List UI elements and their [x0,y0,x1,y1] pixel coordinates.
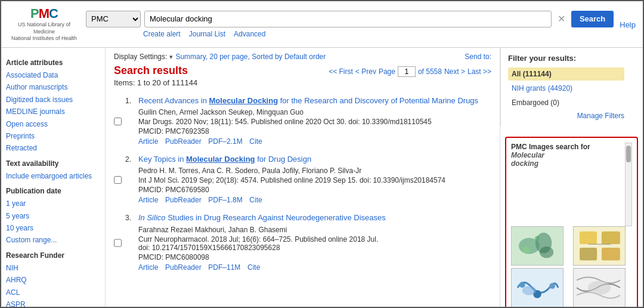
result-journal-3: Curr Neuropharmacol. 2018 Jul; 16(6): 66… [138,235,491,252]
pagination-prev[interactable]: < Prev [355,67,376,76]
result-links-2: Article PubReader PDF–1.8M Cite [138,195,491,204]
search-input[interactable] [144,11,552,27]
help-link[interactable]: Help [620,19,636,29]
sidebar-item-preprints[interactable]: Preprints [6,130,100,142]
result-checkbox-1[interactable] [114,97,122,146]
svg-point-3 [540,247,553,258]
svg-point-16 [522,286,536,295]
result-links-3: Article PubReader PDF–11M Cite [138,263,491,272]
result-body-3: In Silico Studies in Drug Research Again… [138,212,491,271]
image-thumb-4[interactable] [573,268,626,307]
image-thumb-1[interactable] [511,226,564,266]
page-input[interactable] [398,66,416,77]
pmc-images-title: PMC Images search for Moleculardocking [511,143,625,168]
svg-rect-10 [601,248,620,260]
sidebar-item-acl[interactable]: ACL [6,287,100,298]
filter-title: Filter your results: [508,54,624,63]
sidebar-item-retracted[interactable]: Retracted [6,142,100,154]
sidebar-item-digitized-back-issues[interactable]: Digitized back issues [6,94,100,106]
svg-rect-7 [580,232,597,244]
result-pdf-link-1[interactable]: PDF–2.1M [208,137,242,146]
filter-option-all[interactable]: All (111144) [508,67,624,81]
result-title-3: In Silico Studies in Drug Research Again… [138,212,491,223]
pmc-logo: PMC [30,6,58,21]
pagination-next[interactable]: Next > [444,67,465,76]
result-checkbox-2[interactable] [114,156,122,204]
pmc-images-box: PMC Images search for Moleculardocking [505,137,638,308]
result-title-link-1[interactable]: Recent Advances in Molecular Docking for… [138,96,478,105]
svg-point-5 [535,236,540,241]
display-settings-value[interactable]: Summary, 20 per page, Sorted by Default … [175,53,326,61]
search-results-title: Search results [114,64,197,77]
nih-text: US National Library of Medicine National… [11,21,77,42]
display-settings-arrow[interactable]: ▾ [169,53,173,61]
result-cite-link-3[interactable]: Cite [247,263,260,272]
pagination: << First < Prev Page of 5558 Next > Last… [329,66,491,77]
advanced-link[interactable]: Advanced [234,30,265,38]
result-authors-2: Pedro H. M. Torres, Ana C. R. Sodero, Pa… [138,167,491,175]
image-thumb-2[interactable] [573,226,626,266]
sidebar-item-aspr[interactable]: ASPR [6,298,100,308]
result-pubreader-link-3[interactable]: PubReader [165,263,202,272]
result-number-1: 1. [125,96,135,146]
database-select[interactable]: PMC PubMed Nucleotide Protein [86,11,141,27]
sidebar-item-10years[interactable]: 10 years [6,222,100,234]
svg-rect-8 [601,232,620,244]
clear-button[interactable]: ✕ [555,13,568,24]
filter-nih-link[interactable]: NIH grants (44920) [512,84,572,93]
sidebar-item-include-embargoed[interactable]: Include embargoed articles [6,170,100,182]
result-article-link-1[interactable]: Article [138,137,158,146]
page-label: Page [379,67,395,76]
sidebar-item-medline-journals[interactable]: MEDLINE journals [6,106,100,118]
result-article-link-2[interactable]: Article [138,196,158,204]
result-cite-link-1[interactable]: Cite [249,137,262,146]
display-settings-bar: Display Settings: ▾ Summary, 20 per page… [114,53,491,61]
result-body-2: Key Topics in Molecular Docking for Drug… [138,154,491,204]
sidebar-section-research-funder: Research Funder [6,251,100,260]
table-row: 1. Recent Advances in Molecular Docking … [114,96,491,146]
sidebar-item-ahrq[interactable]: AHRQ [6,274,100,286]
result-number-2: 2. [125,154,135,204]
svg-rect-9 [580,248,597,260]
result-pdf-link-2[interactable]: PDF–1.8M [208,196,242,204]
pagination-first[interactable]: << First [329,67,353,76]
sidebar: Article attributes Associated Data Autho… [1,48,106,308]
send-to-link[interactable]: Send to: [465,53,491,61]
content-area: Display Settings: ▾ Summary, 20 per page… [106,48,500,308]
sidebar-item-1year[interactable]: 1 year [6,198,100,210]
result-journal-1: Mar Drugs. 2020 Nov; 18(11): 545. Publis… [138,118,491,126]
svg-point-4 [523,247,530,254]
result-body-1: Recent Advances in Molecular Docking for… [138,96,491,146]
result-title-link-2[interactable]: Key Topics in Molecular Docking for Drug… [138,155,311,164]
sidebar-item-custom-range[interactable]: Custom range... [6,234,100,246]
result-checkbox-3[interactable] [114,214,122,271]
sidebar-item-open-access[interactable]: Open access [6,118,100,130]
svg-point-15 [549,283,555,289]
items-count: Items: 1 to 20 of 111144 [114,78,197,87]
filter-option-embargoed[interactable]: Embargoed (0) [508,96,624,109]
table-row: 2. Key Topics in Molecular Docking for D… [114,154,491,204]
scrollbar-area[interactable] [625,143,632,226]
table-row: 3. In Silico Studies in Drug Research Ag… [114,212,491,271]
manage-filters-link[interactable]: Manage Filters [508,112,624,120]
journal-list-link[interactable]: Journal List [189,30,225,38]
pagination-last[interactable]: Last >> [467,67,491,76]
sidebar-item-nih[interactable]: NIH [6,262,100,274]
result-pubreader-link-1[interactable]: PubReader [165,137,202,146]
display-settings-label: Display Settings: [114,53,167,61]
create-alert-link[interactable]: Create alert [143,30,181,38]
sidebar-item-author-manuscripts[interactable]: Author manuscripts [6,81,100,93]
sidebar-item-associated-data[interactable]: Associated Data [6,69,100,81]
result-pmcid-3: PMCID: PMC6080098 [138,253,491,261]
result-article-link-3[interactable]: Article [138,263,158,272]
result-cite-link-2[interactable]: Cite [249,196,262,204]
search-button[interactable]: Search [571,11,614,27]
sidebar-item-5years[interactable]: 5 years [6,210,100,222]
filter-option-nih[interactable]: NIH grants (44920) [508,82,624,95]
result-pubreader-link-2[interactable]: PubReader [165,196,202,204]
filter-panel: Filter your results: All (111144) NIH gr… [500,48,631,126]
result-pdf-link-3[interactable]: PDF–11M [208,263,240,272]
sidebar-section-article-attributes: Article attributes [6,58,100,67]
image-thumb-3[interactable] [511,268,564,307]
result-title-link-3[interactable]: In Silico Studies in Drug Research Again… [138,213,386,222]
